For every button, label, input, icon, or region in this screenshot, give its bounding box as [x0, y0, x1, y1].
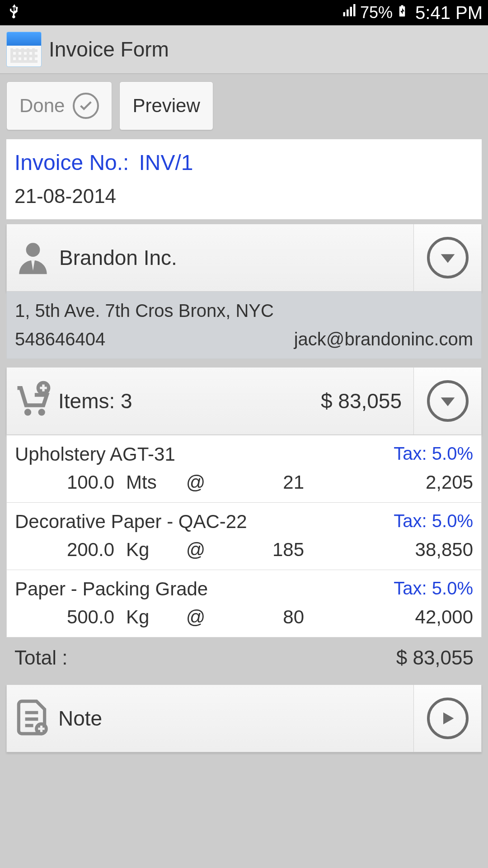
svg-point-0	[26, 243, 40, 257]
item-qty: 500.0	[15, 606, 114, 628]
at-sign: @	[178, 472, 214, 493]
customer-phone: 548646404	[15, 329, 105, 349]
item-name: Paper - Packing Grade	[15, 578, 208, 600]
item-rate: 80	[214, 606, 304, 628]
item-extended: 38,850	[304, 539, 473, 561]
preview-button[interactable]: Preview	[119, 81, 213, 130]
note-add-icon	[12, 698, 51, 739]
item-tax: Tax: 5.0%	[394, 511, 473, 533]
items-expand-button[interactable]	[413, 368, 481, 434]
item-tax: Tax: 5.0%	[394, 578, 473, 600]
invoice-header-card[interactable]: Invoice No.: INV/1 21-08-2014	[6, 139, 482, 219]
item-name: Upholstery AGT-31	[15, 443, 175, 465]
person-icon	[12, 236, 54, 279]
items-panel-header[interactable]: Items: 3 $ 83,055	[6, 367, 482, 435]
chevron-down-icon	[427, 380, 469, 422]
app-title: Invoice Form	[49, 37, 169, 61]
cart-add-icon	[12, 379, 54, 423]
customer-expand-button[interactable]	[413, 224, 481, 291]
signal-icon	[341, 3, 357, 23]
app-icon	[6, 32, 42, 67]
done-button-label: Done	[19, 95, 65, 117]
customer-email: jack@brandoninc.com	[294, 329, 473, 349]
line-item[interactable]: Decorative Paper - QAC-22 Tax: 5.0% 200.…	[6, 503, 482, 570]
item-qty: 200.0	[15, 539, 114, 561]
item-unit: Mts	[114, 472, 178, 493]
total-value: $ 83,055	[396, 646, 474, 669]
at-sign: @	[178, 539, 214, 561]
chevron-down-icon	[427, 237, 469, 278]
customer-address: 1, 5th Ave. 7th Cros Bronx, NYC	[15, 301, 473, 321]
total-label: Total :	[14, 646, 67, 669]
usb-icon	[5, 2, 23, 24]
item-name: Decorative Paper - QAC-22	[15, 511, 247, 533]
customer-name: Brandon Inc.	[59, 245, 177, 270]
done-button[interactable]: Done	[6, 81, 112, 130]
app-bar: Invoice Form	[0, 25, 488, 74]
invoice-date: 21-08-2014	[14, 185, 474, 208]
invoice-number-label: Invoice No.:	[14, 150, 129, 175]
battery-charging-icon	[395, 1, 409, 24]
total-row: Total : $ 83,055	[6, 637, 482, 678]
item-tax: Tax: 5.0%	[394, 443, 473, 465]
at-sign: @	[178, 606, 214, 628]
item-extended: 2,205	[304, 472, 473, 493]
customer-details: 1, 5th Ave. 7th Cros Bronx, NYC 54864640…	[6, 292, 482, 359]
play-icon	[427, 698, 469, 739]
item-extended: 42,000	[304, 606, 473, 628]
item-unit: Kg	[114, 539, 178, 561]
battery-percent: 75%	[360, 3, 393, 22]
note-panel-header[interactable]: Note	[6, 684, 482, 752]
item-qty: 100.0	[15, 472, 114, 493]
items-total-amount: $ 83,055	[321, 389, 402, 413]
checkmark-circle-icon	[73, 93, 99, 119]
items-count-label: Items: 3	[58, 389, 132, 413]
item-rate: 185	[214, 539, 304, 561]
item-unit: Kg	[114, 606, 178, 628]
item-rate: 21	[214, 472, 304, 493]
note-label: Note	[58, 706, 102, 731]
note-expand-button[interactable]	[413, 685, 481, 752]
preview-button-label: Preview	[132, 95, 200, 117]
items-list: Upholstery AGT-31 Tax: 5.0% 100.0 Mts @ …	[6, 435, 482, 637]
customer-panel-header[interactable]: Brandon Inc.	[6, 224, 482, 292]
android-status-bar: 75% 5:41 PM	[0, 0, 488, 25]
svg-point-2	[24, 409, 31, 415]
invoice-number-value: INV/1	[139, 150, 193, 175]
line-item[interactable]: Upholstery AGT-31 Tax: 5.0% 100.0 Mts @ …	[6, 435, 482, 503]
svg-point-3	[38, 409, 45, 415]
line-item[interactable]: Paper - Packing Grade Tax: 5.0% 500.0 Kg…	[6, 570, 482, 637]
status-time: 5:41 PM	[415, 3, 483, 23]
